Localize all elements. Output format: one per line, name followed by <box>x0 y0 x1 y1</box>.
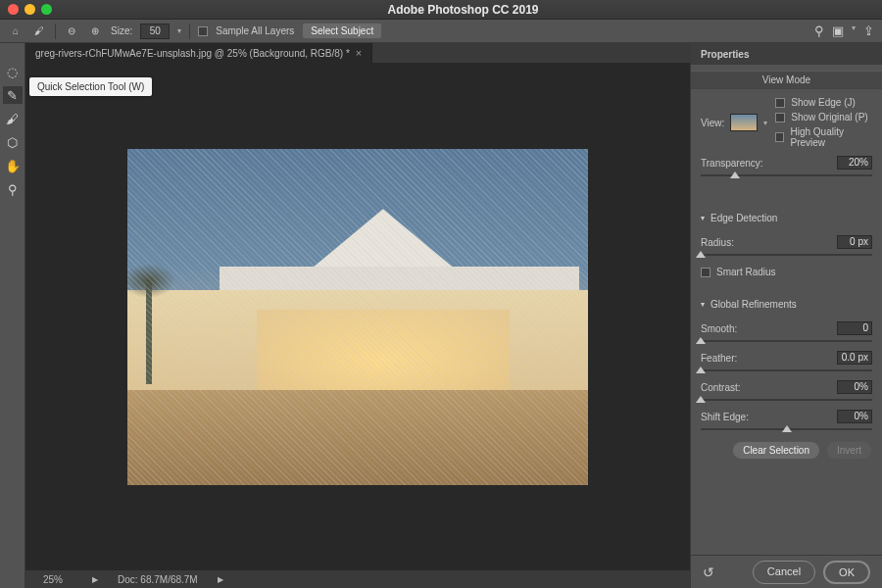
view-mode-header: View Mode <box>691 71 882 89</box>
close-icon[interactable]: × <box>356 47 362 59</box>
zoom-level[interactable]: 25% <box>33 574 73 585</box>
brush-size-input[interactable] <box>140 24 170 39</box>
radius-label: Radius: <box>701 237 734 248</box>
share-icon[interactable]: ⇪ <box>863 24 874 38</box>
brush-preset-icon[interactable]: 🖌 <box>31 24 47 39</box>
workspace-icon[interactable]: ▣ <box>832 24 844 38</box>
chevron-down-icon[interactable]: ▾ <box>852 24 856 38</box>
transparency-slider[interactable] <box>701 172 872 179</box>
close-window-icon[interactable] <box>8 4 19 15</box>
doc-size: Doc: 68.7M/68.7M <box>118 574 198 585</box>
smart-radius-label: Smart Radius <box>716 267 776 277</box>
select-subject-button[interactable]: Select Subject <box>302 23 382 39</box>
brush-minus-icon[interactable]: ⊖ <box>64 24 79 39</box>
document-tab-label: greg-rivers-rChFUMwAe7E-unsplash.jpg @ 2… <box>35 48 350 59</box>
polygon-lasso-tool-icon[interactable]: ⬡ <box>3 133 23 151</box>
traffic-lights <box>8 4 52 15</box>
panel-tab-properties[interactable]: Properties <box>691 43 882 65</box>
maximize-window-icon[interactable] <box>41 4 52 15</box>
invert-button[interactable]: Invert <box>826 441 872 460</box>
show-edge-checkbox[interactable] <box>775 98 785 108</box>
contrast-label: Contrast: <box>701 382 741 393</box>
status-bar: 25% ▶ Doc: 68.7M/68.7M ▶ <box>25 570 690 588</box>
reset-icon[interactable]: ↺ <box>703 564 714 580</box>
feather-slider[interactable] <box>701 367 872 374</box>
titlebar: Adobe Photoshop CC 2019 <box>0 0 882 20</box>
contrast-slider[interactable] <box>701 396 872 404</box>
caret-right-icon[interactable]: ▶ <box>92 575 98 584</box>
brush-plus-icon[interactable]: ⊕ <box>87 24 103 39</box>
toolbar: ◌ ✎ 🖌 ⬡ ✋ ⚲ <box>0 43 25 588</box>
quick-selection-tool-icon[interactable]: ✎ <box>3 86 23 104</box>
app-title: Adobe Photoshop CC 2019 <box>52 3 874 17</box>
view-thumbnail[interactable] <box>730 114 758 131</box>
sample-all-layers-checkbox[interactable] <box>198 26 208 36</box>
shift-edge-value[interactable]: 0% <box>837 410 872 423</box>
show-edge-label: Show Edge (J) <box>791 97 856 108</box>
options-bar: ⌂ 🖌 ⊖ ⊕ Size: ▾ Sample All Layers Select… <box>0 20 882 43</box>
smart-radius-checkbox[interactable] <box>701 268 710 277</box>
contrast-value[interactable]: 0% <box>837 380 872 394</box>
document-tabs: greg-rivers-rChFUMwAe7E-unsplash.jpg @ 2… <box>25 43 690 63</box>
document-tab[interactable]: greg-rivers-rChFUMwAe7E-unsplash.jpg @ 2… <box>25 43 372 63</box>
sample-all-layers-label: Sample All Layers <box>216 25 294 36</box>
document-area: greg-rivers-rChFUMwAe7E-unsplash.jpg @ 2… <box>25 43 690 588</box>
brush-tool-icon[interactable]: 🖌 <box>3 110 23 127</box>
chevron-down-icon[interactable]: ▾ <box>177 26 181 35</box>
cancel-button[interactable]: Cancel <box>753 561 815 584</box>
global-refinements-header[interactable]: ▾Global Refinements <box>701 293 872 316</box>
show-original-checkbox[interactable] <box>775 113 785 122</box>
smooth-label: Smooth: <box>701 323 737 334</box>
smooth-slider[interactable] <box>701 337 872 345</box>
transparency-label: Transparency: <box>701 158 763 169</box>
shift-edge-slider[interactable] <box>701 425 872 433</box>
caret-right-icon[interactable]: ▶ <box>218 575 223 584</box>
properties-panel: Properties View Mode View: ▾ Show Edge (… <box>690 43 882 588</box>
radius-slider[interactable] <box>701 251 872 259</box>
disclosure-icon: ▾ <box>701 214 705 222</box>
canvas[interactable] <box>127 149 588 485</box>
search-icon[interactable]: ⚲ <box>814 24 824 38</box>
chevron-down-icon[interactable]: ▾ <box>763 119 767 127</box>
zoom-tool-icon[interactable]: ⚲ <box>3 180 23 198</box>
canvas-area[interactable] <box>25 63 690 570</box>
smooth-value[interactable]: 0 <box>837 321 872 335</box>
feather-label: Feather: <box>701 353 737 364</box>
panel-footer: ↺ Cancel OK <box>691 555 882 588</box>
hand-tool-icon[interactable]: ✋ <box>3 157 23 174</box>
selection-overlay <box>127 149 588 485</box>
lasso-tool-icon[interactable]: ◌ <box>3 63 23 80</box>
hq-preview-checkbox[interactable] <box>775 132 784 142</box>
edge-detection-header[interactable]: ▾Edge Detection <box>701 207 872 229</box>
feather-value[interactable]: 0.0 px <box>837 351 872 365</box>
size-label: Size: <box>111 25 132 36</box>
ok-button[interactable]: OK <box>823 561 870 584</box>
transparency-value[interactable]: 20% <box>837 156 872 170</box>
radius-value[interactable]: 0 px <box>837 235 872 249</box>
disclosure-icon: ▾ <box>701 300 705 309</box>
show-original-label: Show Original (P) <box>791 112 867 122</box>
clear-selection-button[interactable]: Clear Selection <box>732 441 820 460</box>
view-label: View: <box>701 118 724 128</box>
home-icon[interactable]: ⌂ <box>8 24 24 39</box>
minimize-window-icon[interactable] <box>24 4 35 15</box>
hq-preview-label: High Quality Preview <box>790 126 872 148</box>
shift-edge-label: Shift Edge: <box>701 412 749 422</box>
